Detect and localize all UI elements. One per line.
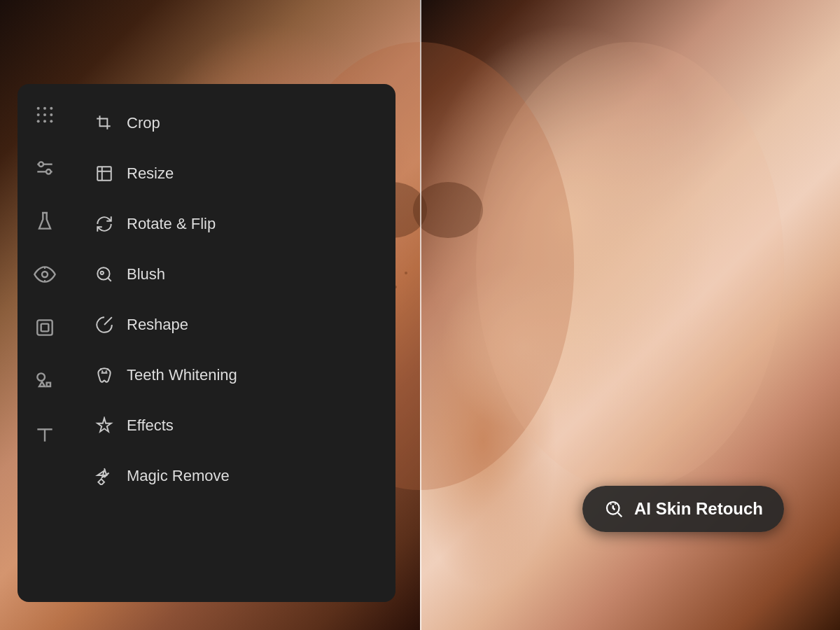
menu-item-crop[interactable]: Crop: [18, 98, 396, 148]
svg-point-8: [405, 272, 407, 274]
eye-sidebar-icon[interactable]: [28, 258, 62, 291]
ai-skin-retouch-label: AI Skin Retouch: [634, 499, 763, 519]
sliders-sidebar-icon[interactable]: [28, 151, 62, 185]
shapes-sidebar-icon[interactable]: [28, 364, 62, 398]
teeth-whitening-label: Teeth Whitening: [127, 366, 237, 384]
svg-point-2: [413, 182, 483, 238]
svg-point-27: [46, 169, 51, 174]
svg-point-31: [37, 373, 45, 381]
grid-sidebar-icon[interactable]: [28, 98, 62, 132]
menu-item-blush[interactable]: Blush: [18, 249, 396, 300]
frame-sidebar-icon[interactable]: [28, 311, 62, 344]
effects-label: Effects: [127, 416, 174, 435]
effects-icon: [94, 416, 114, 435]
resize-icon: [94, 164, 114, 183]
svg-point-21: [37, 120, 40, 122]
svg-rect-29: [37, 320, 52, 335]
svg-rect-11: [97, 167, 111, 181]
reshape-icon: [94, 315, 114, 335]
ai-skin-retouch-badge[interactable]: AI Skin Retouch: [582, 486, 784, 532]
svg-point-10: [476, 42, 784, 490]
menu-item-teeth-whitening[interactable]: Teeth Whitening: [18, 350, 396, 400]
svg-point-28: [42, 272, 48, 277]
svg-marker-14: [98, 479, 104, 485]
text-sidebar-icon[interactable]: [28, 417, 62, 451]
menu-item-resize[interactable]: Resize: [18, 148, 396, 199]
flask-sidebar-icon[interactable]: [28, 204, 62, 238]
menu-item-magic-remove[interactable]: Magic Remove: [18, 451, 396, 501]
svg-point-16: [43, 107, 46, 110]
menu-item-reshape[interactable]: Reshape: [18, 300, 396, 350]
blush-icon: [94, 265, 114, 284]
svg-point-15: [37, 107, 40, 110]
crop-label: Crop: [127, 114, 160, 132]
ai-retouch-icon: [603, 498, 624, 519]
svg-point-13: [101, 272, 104, 274]
tools-panel: Crop Resize Rotate & Flip: [18, 84, 396, 602]
teeth-whitening-icon: [94, 365, 114, 385]
menu-item-effects[interactable]: Effects: [18, 400, 396, 451]
svg-point-23: [50, 120, 52, 122]
blush-label: Blush: [127, 265, 165, 284]
svg-point-17: [50, 107, 52, 110]
menu-list: Crop Resize Rotate & Flip: [18, 91, 396, 508]
svg-point-19: [43, 113, 46, 116]
svg-point-20: [50, 113, 52, 116]
menu-item-rotate-flip[interactable]: Rotate & Flip: [18, 199, 396, 249]
split-divider: [420, 0, 421, 630]
magic-remove-label: Magic Remove: [127, 467, 230, 485]
rotate-flip-label: Rotate & Flip: [127, 215, 216, 233]
svg-point-25: [38, 162, 43, 167]
svg-point-22: [43, 120, 46, 122]
svg-point-18: [37, 113, 40, 116]
reshape-label: Reshape: [127, 316, 188, 334]
magic-remove-icon: [94, 466, 114, 486]
svg-rect-30: [41, 324, 49, 332]
crop-icon: [94, 113, 114, 133]
resize-label: Resize: [127, 164, 174, 183]
rotate-icon: [94, 214, 114, 234]
